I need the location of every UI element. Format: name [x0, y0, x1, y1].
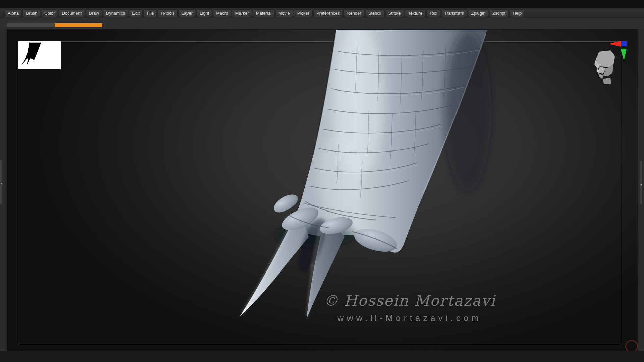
menu-item-transform[interactable]: Transform — [441, 9, 467, 17]
menu-item-document[interactable]: Document — [59, 9, 85, 17]
menu-item-light[interactable]: Light — [197, 9, 212, 17]
menu-item-texture[interactable]: Texture — [405, 9, 425, 17]
menu-item-layer[interactable]: Layer — [179, 9, 196, 17]
claw-silhouette-icon — [18, 41, 61, 69]
menu-item-zscript[interactable]: Zscript — [489, 9, 508, 17]
menu-item-brush[interactable]: Brush — [23, 9, 40, 17]
menu-item-stencil[interactable]: Stencil — [365, 9, 384, 17]
toolbar-strip — [0, 18, 644, 29]
menu-item-macro[interactable]: Macro — [213, 9, 231, 17]
menu-item-edit[interactable]: Edit — [129, 9, 143, 17]
head-icon — [594, 50, 615, 84]
menu-item-draw[interactable]: Draw — [86, 9, 102, 17]
bottom-bar — [0, 351, 644, 362]
menu-item-color[interactable]: Color — [41, 9, 58, 17]
menu-item-material[interactable]: Material — [253, 9, 274, 17]
menu-item-preferences[interactable]: Preferences — [313, 9, 343, 17]
menu-bar: Alpha Brush Color Document Draw Dynamics… — [0, 8, 644, 18]
menu-item-render[interactable]: Render — [344, 9, 364, 17]
x-axis-red-arrow-icon — [609, 41, 621, 47]
menu-item-alpha[interactable]: Alpha — [5, 9, 22, 17]
y-axis-green-arrow-icon — [621, 49, 627, 61]
menu-item-help[interactable]: Help — [509, 9, 525, 17]
document-canvas[interactable]: © Hossein Mortazavi www.H-Mortazavi.com — [7, 29, 638, 351]
right-tray-arrow-icon[interactable]: ◂ — [640, 183, 642, 186]
menu-item-dynamics[interactable]: Dynamics — [103, 9, 128, 17]
menu-item-stroke[interactable]: Stroke — [385, 9, 404, 17]
menu-item-h-tools[interactable]: H-tools — [158, 9, 177, 17]
alpha-preview-thumbnail[interactable] — [18, 41, 61, 69]
watermark-ring-logo — [625, 340, 638, 351]
menu-item-picker[interactable]: Picker — [294, 9, 312, 17]
sculpt-model-claw[interactable] — [7, 29, 638, 351]
menu-item-marker[interactable]: Marker — [232, 9, 252, 17]
scrub-track-orange-segment[interactable] — [55, 23, 102, 27]
left-tray-arrow-icon[interactable]: ◂ — [0, 182, 2, 185]
menu-item-file[interactable]: File — [144, 9, 157, 17]
top-black-strip — [0, 0, 644, 8]
z-axis-blue-square-icon — [621, 41, 627, 46]
lowpoly-head-preview[interactable] — [593, 50, 616, 84]
menu-item-tool[interactable]: Tool — [426, 9, 440, 17]
menu-item-zplugin[interactable]: Zplugin — [468, 9, 488, 17]
scrub-track-gray-segment[interactable] — [7, 23, 55, 27]
menu-item-movie[interactable]: Movie — [275, 9, 293, 17]
